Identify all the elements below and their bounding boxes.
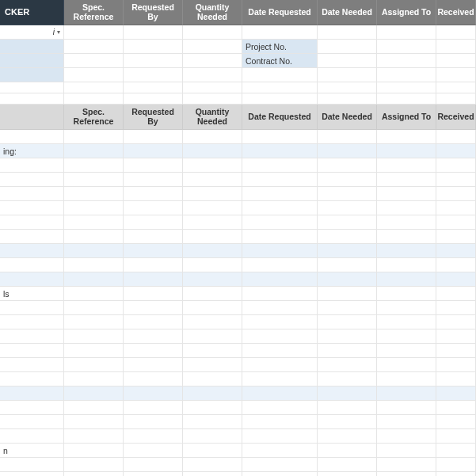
col-date-needed[interactable]: Date Needed <box>318 0 377 25</box>
section-cell[interactable] <box>124 272 183 287</box>
data-cell[interactable] <box>318 215 377 230</box>
data-cell[interactable] <box>183 415 242 429</box>
data-cell[interactable] <box>183 329 242 344</box>
data-cell[interactable] <box>436 158 476 173</box>
data-cell[interactable] <box>124 68 183 82</box>
data-cell[interactable] <box>377 429 436 444</box>
data-cell[interactable] <box>436 54 476 68</box>
data-cell[interactable] <box>318 372 377 387</box>
data-cell[interactable] <box>64 130 124 144</box>
data-cell[interactable] <box>318 401 377 415</box>
data-cell[interactable] <box>183 173 242 187</box>
data-cell[interactable] <box>0 201 64 215</box>
data-cell[interactable] <box>436 372 476 387</box>
data-cell[interactable] <box>318 315 377 329</box>
data-cell[interactable] <box>124 130 183 144</box>
data-cell[interactable] <box>64 158 124 173</box>
blue-cell-3[interactable] <box>0 68 64 82</box>
data-cell[interactable] <box>436 429 476 444</box>
section-cell[interactable] <box>377 387 436 401</box>
data-cell[interactable] <box>377 173 436 187</box>
data-cell[interactable] <box>64 258 124 272</box>
data-cell[interactable] <box>183 315 242 329</box>
data-cell[interactable] <box>242 287 318 301</box>
col-assigned-to[interactable]: Assigned To <box>377 0 436 25</box>
data-cell[interactable] <box>242 301 318 315</box>
data-cell[interactable] <box>436 358 476 372</box>
section-cell[interactable] <box>436 272 476 287</box>
data-cell[interactable] <box>436 173 476 187</box>
data-cell[interactable] <box>183 40 242 54</box>
data-cell[interactable] <box>0 415 64 429</box>
data-cell[interactable] <box>318 415 377 429</box>
data-cell[interactable] <box>183 158 242 173</box>
data-cell[interactable] <box>318 472 377 476</box>
section-cell[interactable] <box>377 144 436 158</box>
col-received[interactable]: Received <box>436 0 476 25</box>
data-cell[interactable] <box>0 372 64 387</box>
section-cell[interactable] <box>436 387 476 401</box>
data-cell[interactable] <box>124 187 183 201</box>
data-cell[interactable] <box>124 201 183 215</box>
data-cell[interactable] <box>242 472 318 476</box>
data-cell[interactable] <box>436 40 476 54</box>
data-cell[interactable] <box>124 415 183 429</box>
data-cell[interactable] <box>183 68 242 82</box>
data-cell[interactable] <box>377 215 436 230</box>
data-cell[interactable] <box>183 287 242 301</box>
col2-date-requested[interactable]: Date Requested <box>242 105 318 130</box>
gap-cell[interactable] <box>318 93 377 105</box>
section-cell[interactable] <box>242 144 318 158</box>
data-cell[interactable] <box>183 458 242 472</box>
section-cell[interactable] <box>318 387 377 401</box>
data-cell[interactable] <box>183 130 242 144</box>
data-cell[interactable] <box>0 458 64 472</box>
data-cell[interactable] <box>242 401 318 415</box>
gap-cell[interactable] <box>436 93 476 105</box>
data-cell[interactable] <box>436 215 476 230</box>
data-cell[interactable] <box>124 401 183 415</box>
data-cell[interactable] <box>124 458 183 472</box>
data-cell[interactable] <box>318 158 377 173</box>
section-cell[interactable] <box>436 144 476 158</box>
data-cell[interactable] <box>64 68 124 82</box>
data-cell[interactable] <box>183 344 242 358</box>
data-cell[interactable] <box>64 472 124 476</box>
data-cell[interactable] <box>64 173 124 187</box>
data-cell[interactable] <box>242 68 318 82</box>
data-cell[interactable] <box>318 258 377 272</box>
data-cell[interactable] <box>242 187 318 201</box>
col-spec-reference[interactable]: Spec. Reference <box>64 0 124 25</box>
gap-cell[interactable] <box>64 93 124 105</box>
data-cell[interactable] <box>183 187 242 201</box>
data-cell[interactable] <box>0 230 64 244</box>
data-cell[interactable] <box>64 444 124 458</box>
col2-date-needed[interactable]: Date Needed <box>318 105 377 130</box>
data-cell[interactable] <box>124 315 183 329</box>
data-cell[interactable] <box>124 173 183 187</box>
data-cell[interactable] <box>318 201 377 215</box>
data-cell[interactable] <box>183 54 242 68</box>
data-cell[interactable] <box>377 358 436 372</box>
data-cell[interactable] <box>0 344 64 358</box>
data-cell[interactable] <box>436 401 476 415</box>
data-cell[interactable] <box>183 472 242 476</box>
section-cell[interactable] <box>183 244 242 258</box>
data-cell[interactable] <box>242 201 318 215</box>
data-cell[interactable] <box>318 287 377 301</box>
gap-cell[interactable] <box>64 82 124 93</box>
col2-spec-reference[interactable]: Spec. Reference <box>64 105 124 130</box>
data-cell[interactable] <box>377 472 436 476</box>
data-cell[interactable] <box>318 187 377 201</box>
data-cell[interactable] <box>183 401 242 415</box>
col2-received[interactable]: Received <box>436 105 476 130</box>
data-cell[interactable] <box>124 344 183 358</box>
data-cell[interactable] <box>377 187 436 201</box>
data-cell[interactable] <box>64 201 124 215</box>
filter-date-needed[interactable] <box>318 25 377 40</box>
data-cell[interactable] <box>436 472 476 476</box>
data-cell[interactable] <box>124 329 183 344</box>
data-cell[interactable] <box>0 401 64 415</box>
data-cell[interactable] <box>242 444 318 458</box>
data-cell[interactable] <box>124 372 183 387</box>
